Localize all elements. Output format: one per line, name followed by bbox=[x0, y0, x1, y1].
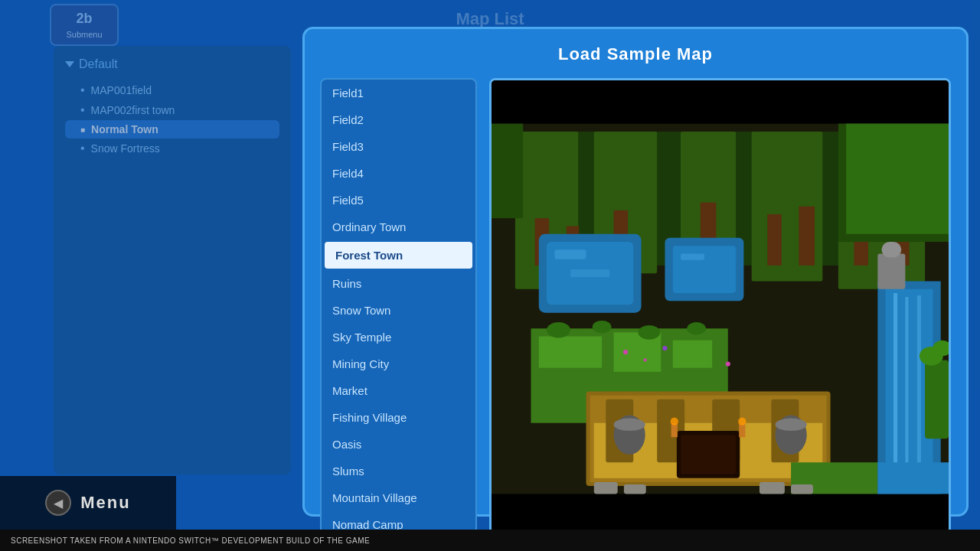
svg-rect-64 bbox=[594, 482, 618, 494]
svg-rect-70 bbox=[846, 124, 949, 234]
svg-point-34 bbox=[726, 361, 730, 366]
map-canvas bbox=[492, 80, 949, 537]
svg-point-27 bbox=[547, 322, 570, 338]
svg-rect-55 bbox=[905, 297, 908, 482]
map-list-item-sky-temple[interactable]: Sky Temple bbox=[322, 324, 475, 350]
svg-rect-54 bbox=[893, 293, 897, 482]
menu-label: Menu bbox=[80, 493, 130, 513]
load-sample-map-dialog: Load Sample Map Field1Field2Field3Field4… bbox=[302, 27, 969, 517]
map-list-item-field5[interactable]: Field5 bbox=[322, 187, 475, 214]
bottom-bar: SCREENSHOT TAKEN FROM A NINTENDO SWITCH™… bbox=[0, 530, 980, 551]
svg-rect-60 bbox=[877, 462, 949, 494]
map-svg bbox=[492, 80, 949, 537]
svg-point-32 bbox=[644, 358, 647, 361]
map-list-scroll[interactable]: Field1Field2Field3Field4Field5Ordinary T… bbox=[322, 80, 475, 538]
map-list-item-oasis[interactable]: Oasis bbox=[322, 431, 475, 458]
bottom-notice-text: SCREENSHOT TAKEN FROM A NINTENDO SWITCH™… bbox=[11, 536, 370, 545]
svg-rect-24 bbox=[539, 337, 602, 368]
svg-rect-22 bbox=[681, 253, 704, 259]
svg-rect-13 bbox=[799, 207, 815, 266]
svg-point-29 bbox=[638, 325, 660, 340]
svg-point-33 bbox=[662, 346, 667, 350]
svg-rect-12 bbox=[767, 214, 782, 266]
map-list-item-ordinary-town[interactable]: Ordinary Town bbox=[322, 214, 475, 240]
map-list-item-mountain-village[interactable]: Mountain Village bbox=[322, 484, 475, 511]
svg-point-47 bbox=[738, 418, 746, 425]
svg-point-30 bbox=[687, 322, 706, 334]
svg-point-28 bbox=[593, 321, 612, 333]
map-list-item-mining-city[interactable]: Mining City bbox=[322, 350, 475, 377]
map-list-item-ruins[interactable]: Ruins bbox=[322, 270, 475, 297]
svg-point-49 bbox=[614, 419, 645, 431]
svg-point-31 bbox=[623, 350, 628, 354]
map-preview-panel bbox=[489, 78, 951, 540]
menu-icon: ◀ bbox=[45, 490, 71, 516]
map-list-panel: Field1Field2Field3Field4Field5Ordinary T… bbox=[320, 78, 477, 540]
svg-rect-18 bbox=[554, 249, 586, 259]
svg-rect-56 bbox=[917, 295, 921, 483]
svg-rect-57 bbox=[877, 253, 905, 289]
map-list-item-market[interactable]: Market bbox=[322, 377, 475, 404]
map-list-item-field1[interactable]: Field1 bbox=[322, 80, 475, 106]
dialog-content: Field1Field2Field3Field4Field5Ordinary T… bbox=[320, 78, 951, 540]
svg-rect-65 bbox=[624, 484, 646, 494]
dialog-title: Load Sample Map bbox=[558, 44, 713, 64]
svg-rect-61 bbox=[925, 360, 949, 439]
svg-point-46 bbox=[671, 418, 678, 425]
map-list-item-fishing-village[interactable]: Fishing Village bbox=[322, 404, 475, 431]
svg-rect-67 bbox=[791, 484, 813, 494]
svg-rect-43 bbox=[681, 435, 736, 474]
svg-rect-19 bbox=[570, 269, 609, 277]
map-list-item-slums[interactable]: Slums bbox=[322, 458, 475, 484]
svg-rect-68 bbox=[492, 124, 523, 219]
svg-rect-21 bbox=[673, 246, 736, 293]
svg-rect-58 bbox=[882, 242, 902, 258]
map-list-item-snow-town[interactable]: Snow Town bbox=[322, 297, 475, 324]
map-list-item-forest-town[interactable]: Forest Town bbox=[325, 242, 472, 269]
svg-rect-66 bbox=[760, 482, 785, 494]
map-list-item-field2[interactable]: Field2 bbox=[322, 106, 475, 133]
map-list-item-field3[interactable]: Field3 bbox=[322, 133, 475, 160]
map-list-item-field4[interactable]: Field4 bbox=[322, 160, 475, 187]
svg-rect-26 bbox=[673, 341, 712, 368]
svg-point-51 bbox=[776, 419, 807, 431]
menu-button[interactable]: ◀ Menu bbox=[0, 476, 176, 530]
